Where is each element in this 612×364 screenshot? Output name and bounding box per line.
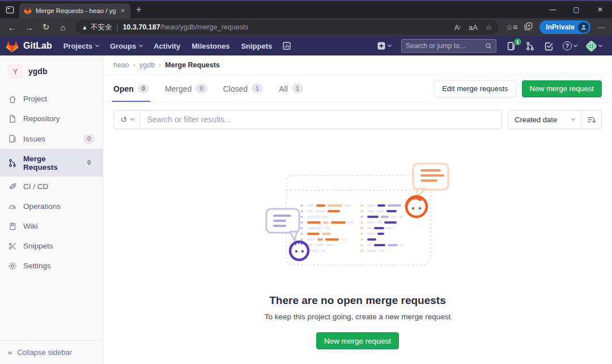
tab-closed[interactable]: Closed1 [223,75,264,102]
global-search[interactable] [401,39,496,53]
collapse-icon: « [8,348,12,357]
issues-count-pill: 0 [83,134,95,144]
chevron-down-icon [598,43,602,47]
tab-open[interactable]: Open0 [113,75,149,102]
favorites-icon[interactable]: ☆≡ [506,23,518,32]
gitlab-favicon [24,7,32,15]
collections-icon[interactable] [524,22,533,32]
tab-close-icon[interactable]: × [120,7,126,15]
sidebar-item-cicd[interactable]: CI / CD [0,177,103,196]
nav-milestones[interactable]: Milestones [186,36,235,55]
nav-projects[interactable]: Projects [58,36,104,55]
browser-tab[interactable]: Merge Requests - heao / ygdb × [19,3,130,18]
back-icon[interactable]: ← [3,19,20,35]
read-aloud-icon[interactable]: A⁾ [454,23,461,32]
chevron-down-icon [130,117,134,121]
chevron-down-icon [139,43,143,47]
sidebar-item-wiki[interactable]: Wiki [0,216,103,236]
browser-titlebar: Merge Requests - heao / ygdb × + — ▢ ✕ [0,0,612,18]
search-icon [485,42,492,49]
chevron-down-icon [388,43,392,47]
gitlab-brand[interactable]: GitLab [6,40,52,53]
issues-icon [8,134,17,143]
forward-icon[interactable]: → [20,19,37,35]
identicon-avatar [586,41,597,52]
merge-requests-icon[interactable] [521,36,539,55]
new-merge-request-button[interactable]: New merge request [522,80,602,97]
sidebar-item-settings[interactable]: Settings [0,256,103,276]
sort-descending-icon [587,115,596,124]
sidebar-item-merge-requests[interactable]: Merge Requests 0 [0,149,103,177]
project-header[interactable]: Y ygdb [0,55,103,89]
gitlab-navbar: GitLab Projects Groups Activity Mileston… [0,36,612,55]
main-content: heao › ygdb › Merge Requests Open0 Merge… [103,55,612,364]
charts-icon[interactable] [278,36,296,55]
merge-request-illustration [264,160,451,271]
empty-state: There are no open merge requests To keep… [103,136,612,364]
global-search-input[interactable] [406,42,482,50]
warning-triangle-icon: ▲ [82,24,88,31]
add-favorite-icon[interactable]: ☆ [486,23,492,32]
sidebar-item-repository[interactable]: Repository [0,109,103,129]
new-menu-icon[interactable] [372,36,396,55]
sort-direction-button[interactable] [581,110,602,129]
sidebar-item-project[interactable]: Project [0,89,103,109]
collapse-sidebar-button[interactable]: « Collapse sidebar [0,340,103,364]
nav-activity[interactable]: Activity [148,36,186,55]
home-icon [8,95,17,104]
merge-request-icon [8,159,17,168]
sort-dropdown[interactable]: Created date [508,110,581,129]
sidebar-item-operations[interactable]: Operations [0,196,103,216]
refresh-icon[interactable]: ↻ [37,19,54,35]
user-avatar[interactable] [581,36,606,55]
browser-menu-icon[interactable]: ⋯ [597,23,605,32]
tab-title: Merge Requests - heao / ygdb [36,7,116,14]
browser-toolbar: ← → ↻ ⌂ ▲ 不安全 | 10.3.70.187/heao/ygdb/me… [0,18,612,36]
sidebar-item-snippets[interactable]: Snippets [0,236,103,256]
file-icon [8,114,17,123]
breadcrumb-group[interactable]: heao [113,61,129,69]
vertical-tabs-icon[interactable] [0,1,19,18]
filter-bar: ↺ Created date [103,102,612,136]
nav-groups[interactable]: Groups [104,36,148,55]
tab-all[interactable]: All1 [279,75,303,102]
url-text: 10.3.70.187/heao/ygdb/merge_requests [123,23,249,31]
issues-count-badge: 1 [514,38,521,45]
sidebar-item-issues[interactable]: Issues 0 [0,129,103,149]
empty-state-title: There are no open merge requests [269,294,446,307]
gauge-icon [8,202,17,211]
home-icon[interactable]: ⌂ [54,19,71,35]
address-bar[interactable]: ▲ 不安全 | 10.3.70.187/heao/ygdb/merge_requ… [76,20,498,35]
chevron-down-icon [95,43,99,47]
tab-merged[interactable]: Merged0 [165,75,207,102]
filter-search-input[interactable] [141,115,502,124]
empty-new-merge-request-button[interactable]: New merge request [316,332,399,349]
chevron-down-icon [571,117,575,121]
project-sidebar: Y ygdb Project Repository Issues 0 Merge… [0,55,103,364]
window-maximize-icon[interactable]: ▢ [564,1,588,18]
recent-searches-button[interactable]: ↺ [114,110,141,129]
screen: Merge Requests - heao / ygdb × + — ▢ ✕ ←… [0,0,612,364]
project-name: ygdb [28,67,47,76]
edit-merge-requests-button[interactable]: Edit merge requests [434,80,516,97]
scissors-icon [8,242,17,251]
nav-snippets[interactable]: Snippets [235,36,278,55]
filtered-search[interactable]: ↺ [113,110,502,129]
gitlab-logo-icon [6,40,19,53]
breadcrumb: heao › ygdb › Merge Requests [103,55,612,75]
window-close-icon[interactable]: ✕ [588,1,612,18]
window-minimize-icon[interactable]: — [541,1,564,18]
not-secure-warning[interactable]: ▲ 不安全 [82,23,112,32]
empty-state-subtitle: To keep this project going, create a new… [265,312,451,321]
rocket-icon [8,182,17,191]
breadcrumb-project[interactable]: ygdb [139,61,155,69]
help-icon[interactable]: ? [558,36,581,55]
todos-icon[interactable] [539,36,558,55]
new-tab-button[interactable]: + [130,5,147,15]
translate-icon[interactable]: aA [469,23,478,32]
project-avatar: Y [8,64,23,79]
book-icon [8,222,17,231]
issues-counter-icon[interactable]: 1 [502,36,521,55]
inprivate-badge[interactable]: InPrivate [539,20,590,34]
chevron-down-icon [573,43,577,47]
